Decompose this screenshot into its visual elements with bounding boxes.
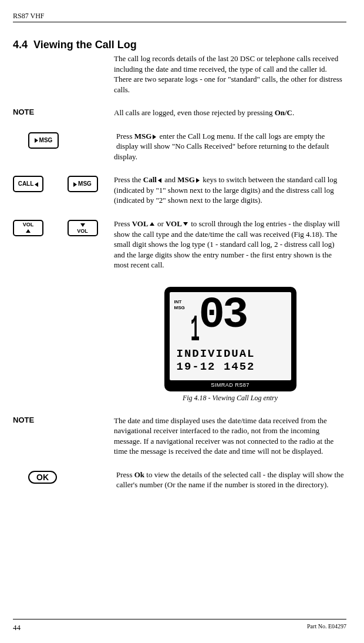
section-title: Viewing the Call Log <box>33 39 137 51</box>
call-button[interactable]: CALL <box>13 176 43 192</box>
lcd-line1: INDIVIDUAL <box>177 347 255 360</box>
figure-caption: Fig 4.18 - Viewing Call Log entry <box>114 394 346 403</box>
up-arrow-icon <box>26 229 31 233</box>
msg-button[interactable]: MSG <box>68 176 98 192</box>
msg-button[interactable]: MSG <box>28 132 59 149</box>
ok-button[interactable]: OK <box>28 471 57 484</box>
down-arrow-icon <box>183 222 188 226</box>
ok-paragraph: Press Ok to view the details of the sele… <box>114 470 346 490</box>
note-label: NOTE <box>13 416 101 424</box>
page: RS87 VHF 4.4 Viewing the Call Log The ca… <box>0 0 364 643</box>
note1-text: All calls are logged, even those rejecte… <box>114 108 346 118</box>
vol-paragraph: Press VOL or VOL to scroll through the l… <box>114 219 346 270</box>
note-label: NOTE <box>13 108 101 116</box>
section-heading: 4.4 Viewing the Call Log <box>13 39 346 51</box>
right-arrow-icon <box>73 182 77 187</box>
vol-down-button[interactable]: VOL <box>68 220 98 236</box>
left-arrow-icon <box>35 182 38 187</box>
vol-up-button[interactable]: VOL <box>13 220 43 236</box>
footer-rule <box>13 619 346 619</box>
msg-paragraph: Press MSG enter the Call Log menu. If th… <box>114 131 346 162</box>
lcd-line2: 19-12 1452 <box>177 360 255 373</box>
header-rule <box>13 22 346 22</box>
right-arrow-icon <box>196 178 200 183</box>
left-arrow-icon <box>158 178 161 183</box>
lcd-big-digits: 03 <box>199 293 247 337</box>
intro-paragraph: The call log records details of the last… <box>114 53 346 95</box>
note2-text: The date and time displayed uses the dat… <box>114 416 346 457</box>
lcd-brand: SIMRAD RS87 <box>170 380 291 390</box>
down-arrow-icon <box>80 223 85 227</box>
page-number: 44 <box>13 623 21 632</box>
lcd-flags: INT MSG <box>174 299 185 311</box>
right-arrow-icon <box>35 138 38 143</box>
running-header: RS87 VHF <box>13 12 346 21</box>
section-number: 4.4 <box>13 39 28 51</box>
part-number: Part No. E04297 <box>307 623 346 629</box>
callmsg-paragraph: Press the Call and MSG keys to switch be… <box>114 175 346 206</box>
right-arrow-icon <box>153 135 156 139</box>
page-footer: 44 Part No. E04297 <box>13 619 346 632</box>
lcd-figure: INT MSG 1 03 INDIVIDUAL 19-12 1452 SIMRA… <box>164 287 296 391</box>
up-arrow-icon <box>150 222 154 226</box>
